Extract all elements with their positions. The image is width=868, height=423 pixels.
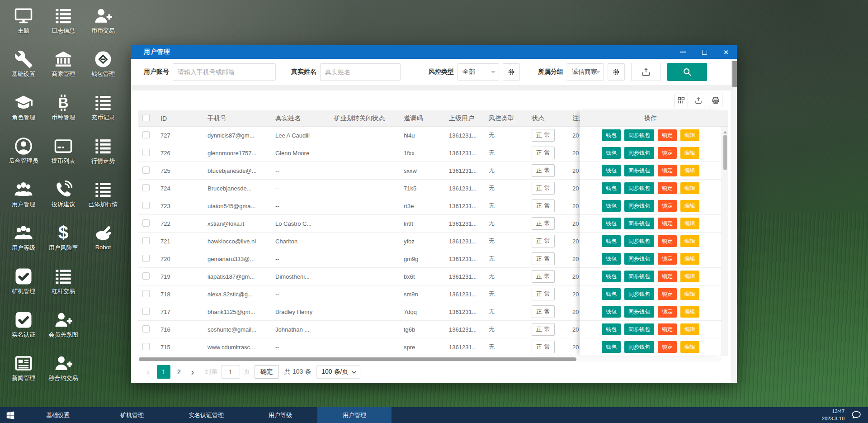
- wallet-button[interactable]: 钱包: [602, 306, 621, 318]
- window-scroll-thumb[interactable]: [732, 61, 737, 87]
- taskbar-clock[interactable]: 13:47 2023-3-10: [822, 408, 844, 422]
- risk-settings-button[interactable]: [503, 63, 520, 81]
- table-vertical-scrollbar[interactable]: [722, 127, 728, 356]
- risk-type-select[interactable]: 全部: [458, 63, 499, 81]
- desktop-shortcut[interactable]: Robot: [83, 222, 123, 265]
- taskbar-item-user-level[interactable]: 用户等级: [243, 407, 317, 423]
- start-button[interactable]: [0, 407, 21, 423]
- status-badge[interactable]: 正常: [532, 200, 555, 212]
- edit-button[interactable]: 编辑: [680, 253, 699, 265]
- lock-button[interactable]: 锁定: [658, 341, 677, 353]
- sync-wallet-button[interactable]: 同步钱包: [624, 200, 654, 212]
- prev-page-button[interactable]: ‹: [142, 365, 155, 379]
- desktop-shortcut[interactable]: 秒合约交易: [43, 352, 83, 395]
- goto-page-input[interactable]: [221, 365, 240, 379]
- sync-wallet-button[interactable]: 同步钱包: [624, 288, 654, 300]
- row-checkbox[interactable]: [142, 343, 150, 350]
- desktop-shortcut[interactable]: 用户风险率: [43, 222, 83, 265]
- taskbar-item-miner-management[interactable]: 矿机管理: [95, 407, 169, 423]
- sync-wallet-button[interactable]: 同步钱包: [624, 253, 654, 265]
- wallet-button[interactable]: 钱包: [602, 288, 621, 300]
- status-badge[interactable]: 正常: [532, 288, 555, 300]
- status-badge[interactable]: 正常: [532, 217, 555, 230]
- header-realname[interactable]: 真实姓名: [269, 114, 328, 123]
- wallet-button[interactable]: 钱包: [602, 253, 621, 265]
- status-badge[interactable]: 正常: [532, 182, 555, 195]
- edit-button[interactable]: 编辑: [680, 271, 699, 282]
- wallet-button[interactable]: 钱包: [602, 182, 621, 194]
- realname-input[interactable]: [320, 63, 401, 81]
- header-parent-user[interactable]: 上级用户: [443, 114, 482, 123]
- next-page-button[interactable]: ›: [186, 365, 199, 379]
- lock-button[interactable]: 锁定: [658, 271, 677, 282]
- wallet-button[interactable]: 钱包: [602, 200, 621, 212]
- search-button[interactable]: [667, 63, 707, 81]
- status-badge[interactable]: 正常: [532, 341, 555, 353]
- taskbar-item-realname-auth[interactable]: 实名认证管理: [169, 407, 243, 423]
- wallet-button[interactable]: 钱包: [602, 129, 621, 141]
- account-input[interactable]: [173, 63, 276, 81]
- desktop-shortcut[interactable]: 投诉建议: [43, 178, 83, 222]
- lock-button[interactable]: 锁定: [658, 323, 677, 335]
- lock-button[interactable]: 锁定: [658, 129, 677, 141]
- sync-wallet-button[interactable]: 同步钱包: [624, 165, 654, 176]
- taskbar-item-user-management[interactable]: 用户管理: [317, 407, 392, 423]
- columns-filter-button[interactable]: [675, 94, 688, 107]
- row-checkbox[interactable]: [142, 290, 150, 297]
- lock-button[interactable]: 锁定: [658, 182, 677, 194]
- edit-button[interactable]: 编辑: [680, 129, 699, 141]
- vertical-scroll-thumb[interactable]: [723, 135, 727, 170]
- status-badge[interactable]: 正常: [532, 147, 555, 159]
- status-badge[interactable]: 正常: [532, 235, 555, 247]
- edit-button[interactable]: 编辑: [680, 288, 699, 300]
- wallet-button[interactable]: 钱包: [602, 341, 621, 353]
- close-button[interactable]: ✕: [715, 45, 737, 59]
- export-button[interactable]: [631, 63, 661, 81]
- desktop-shortcut[interactable]: 币币交易: [83, 5, 123, 48]
- header-id[interactable]: ID: [154, 115, 201, 122]
- desktop-shortcut[interactable]: 角色管理: [4, 91, 43, 135]
- desktop-shortcut[interactable]: 会员关系图: [43, 309, 83, 352]
- sync-wallet-button[interactable]: 同步钱包: [624, 147, 654, 159]
- wallet-button[interactable]: 钱包: [602, 271, 621, 282]
- select-all-checkbox[interactable]: [142, 114, 150, 121]
- desktop-shortcut[interactable]: 提币列表: [43, 135, 83, 178]
- wallet-button[interactable]: 钱包: [602, 235, 621, 247]
- group-settings-button[interactable]: [608, 63, 625, 81]
- row-checkbox[interactable]: [142, 202, 150, 209]
- confirm-page-button[interactable]: 确定: [255, 365, 279, 379]
- edit-button[interactable]: 编辑: [680, 235, 699, 247]
- desktop-shortcut[interactable]: 商家管理: [43, 48, 83, 91]
- taskbar-item-basic-settings[interactable]: 基础设置: [21, 407, 95, 423]
- status-badge[interactable]: 正常: [532, 305, 555, 318]
- table-horizontal-scrollbar[interactable]: [138, 357, 722, 361]
- print-button[interactable]: [709, 94, 722, 107]
- edit-button[interactable]: 编辑: [680, 341, 699, 353]
- horizontal-scroll-thumb[interactable]: [139, 357, 576, 361]
- lock-button[interactable]: 锁定: [658, 288, 677, 300]
- row-checkbox[interactable]: [142, 255, 150, 262]
- page-size-select[interactable]: 100 条/页: [316, 365, 360, 379]
- sync-wallet-button[interactable]: 同步钱包: [624, 182, 654, 194]
- page-2-button[interactable]: 2: [172, 365, 186, 379]
- edit-button[interactable]: 编辑: [680, 182, 699, 194]
- row-checkbox[interactable]: [142, 184, 150, 191]
- desktop-shortcut[interactable]: 新闻管理: [4, 352, 43, 395]
- desktop-shortcut[interactable]: 钱包管理: [83, 48, 123, 91]
- desktop-shortcut[interactable]: 基础设置: [4, 48, 43, 91]
- sync-wallet-button[interactable]: 同步钱包: [624, 218, 654, 229]
- edit-button[interactable]: 编辑: [680, 323, 699, 335]
- status-badge[interactable]: 正常: [532, 129, 555, 142]
- lock-button[interactable]: 锁定: [658, 165, 677, 176]
- sync-wallet-button[interactable]: 同步钱包: [624, 235, 654, 247]
- sync-wallet-button[interactable]: 同步钱包: [624, 129, 654, 141]
- row-checkbox[interactable]: [142, 308, 150, 315]
- window-scrollbar[interactable]: [731, 59, 737, 383]
- status-badge[interactable]: 正常: [532, 252, 555, 265]
- row-checkbox[interactable]: [142, 131, 150, 138]
- desktop-shortcut[interactable]: 用户等级: [4, 222, 43, 265]
- desktop-shortcut[interactable]: 用户管理: [4, 178, 43, 222]
- status-badge[interactable]: 正常: [532, 270, 555, 283]
- desktop-shortcut[interactable]: 行情走势: [83, 135, 123, 178]
- desktop-shortcut[interactable]: 主题: [4, 5, 43, 48]
